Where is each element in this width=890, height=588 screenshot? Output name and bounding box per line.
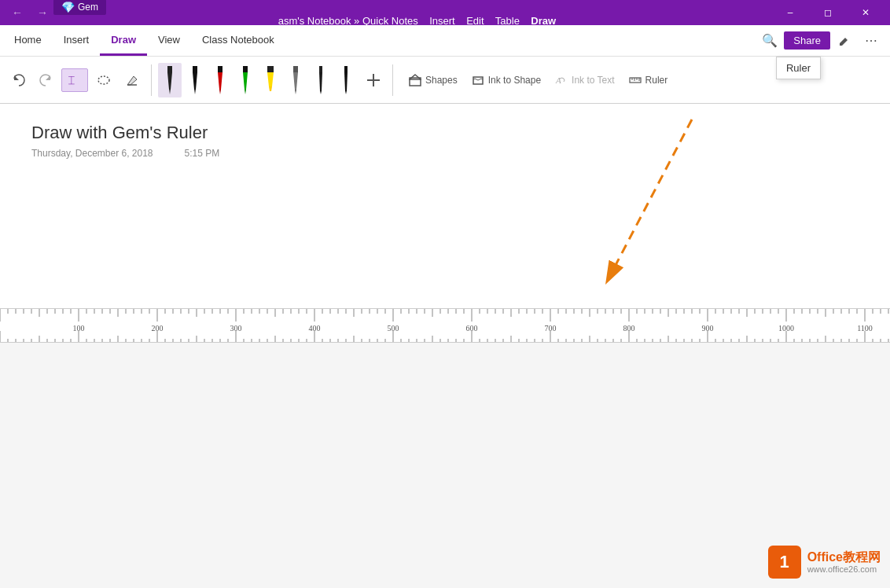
svg-marker-9 (193, 72, 197, 90)
note-title: Draw with Gem's Ruler (0, 104, 890, 143)
pen-green[interactable] (234, 63, 257, 97)
note-date-text: Thursday, December 6, 2018 (31, 148, 153, 159)
restore-button[interactable]: ◻ (810, 0, 846, 25)
tool-group-right: Shapes Ink to Shape A Ink to Text (403, 71, 674, 90)
pen-icon-btn[interactable] (832, 28, 857, 53)
svg-marker-0 (14, 75, 19, 80)
svg-rect-8 (193, 66, 197, 72)
notebook-title: asm's Notebook » Quick Notes (278, 15, 418, 27)
pen-tiny-dark[interactable] (334, 63, 358, 97)
svg-marker-13 (219, 90, 221, 94)
back-button[interactable]: ← (6, 2, 28, 24)
close-button[interactable]: ✕ (848, 0, 884, 25)
pen-tools-group (158, 63, 358, 97)
content-area[interactable]: Draw with Gem's Ruler Thursday, December… (0, 104, 890, 308)
ruler-button[interactable]: Ruler (623, 71, 675, 90)
svg-text:A: A (555, 75, 561, 85)
ink-to-shape-button[interactable]: Ink to Shape (465, 71, 547, 90)
redo-button[interactable] (33, 69, 58, 91)
svg-marker-10 (194, 90, 196, 94)
svg-marker-15 (243, 72, 248, 90)
svg-marker-7 (169, 90, 171, 94)
svg-rect-14 (243, 66, 248, 72)
ribbon-separator-2 (392, 64, 393, 96)
draw-menu-title[interactable]: Draw (531, 15, 556, 27)
note-date: Thursday, December 6, 2018 5:15 PM (0, 143, 890, 159)
table-menu-title[interactable]: Table (495, 15, 520, 27)
svg-rect-26 (344, 66, 348, 72)
undo-redo-group (6, 69, 58, 91)
svg-rect-11 (218, 66, 222, 72)
ruler-canvas (0, 309, 890, 343)
gem-button[interactable]: 💎 Gem (53, 0, 106, 15)
forward-button[interactable]: → (31, 2, 53, 24)
menu-bar: Home Insert Draw View Class Notebook 🔍 S… (0, 25, 890, 57)
ribbon: ⌶ (0, 57, 890, 104)
svg-rect-20 (293, 66, 298, 72)
pen-dark[interactable] (183, 63, 207, 97)
undo-button[interactable] (6, 69, 31, 91)
bottom-area (0, 343, 890, 588)
svg-rect-17 (267, 66, 274, 72)
circle-select-button[interactable] (91, 69, 116, 91)
more-options-button[interactable]: ⋯ (859, 28, 884, 53)
edit-menu-title[interactable]: Edit (466, 15, 484, 27)
pen-red[interactable] (208, 63, 232, 97)
svg-rect-23 (319, 66, 322, 72)
pen-thin-dark[interactable] (309, 63, 333, 97)
note-time-text: 5:15 PM (185, 148, 220, 159)
svg-marker-16 (245, 90, 246, 94)
lasso-select-button[interactable]: ⌶ (61, 68, 88, 92)
svg-marker-12 (218, 72, 222, 90)
pen-gray[interactable] (284, 63, 307, 97)
minimize-button[interactable]: – (772, 0, 808, 25)
ribbon-separator-1 (151, 64, 152, 96)
insert-menu-title[interactable]: Insert (429, 15, 455, 27)
svg-point-3 (98, 76, 109, 84)
title-bar: ← → 💎 Gem asm's Notebook » Quick Notes I… (0, 0, 890, 25)
highlighter-yellow[interactable] (259, 63, 282, 97)
tab-insert[interactable]: Insert (53, 25, 101, 56)
tooltip-popup: Ruler (776, 57, 821, 79)
ruler-bar (0, 308, 890, 343)
shapes-button[interactable]: Shapes (403, 71, 464, 90)
tab-home[interactable]: Home (3, 25, 53, 56)
svg-marker-6 (167, 72, 172, 90)
office-logo-area: 1 Office教程网 www.office26.com (768, 546, 881, 579)
office-logo-text: Office教程网 www.office26.com (807, 549, 881, 575)
svg-marker-1 (46, 75, 50, 80)
eraser-button[interactable] (120, 69, 145, 91)
svg-marker-19 (269, 86, 272, 91)
svg-marker-32 (410, 75, 421, 79)
svg-marker-18 (267, 72, 274, 86)
svg-marker-21 (293, 72, 298, 90)
search-button[interactable]: 🔍 (757, 28, 782, 53)
svg-rect-5 (167, 66, 172, 72)
ink-to-text-button[interactable]: A Ink to Text (549, 71, 620, 90)
share-button[interactable]: Share (784, 31, 830, 50)
svg-marker-22 (295, 90, 296, 94)
tab-view[interactable]: View (147, 25, 191, 56)
svg-text:⌶: ⌶ (68, 74, 75, 86)
window-controls: – ◻ ✕ (772, 0, 884, 25)
menu-bar-right: 🔍 Share ⋯ (757, 25, 890, 56)
add-pen-button[interactable] (361, 69, 386, 91)
office-icon: 1 (768, 546, 801, 579)
window-title: 💎 Gem asm's Notebook » Quick Notes Inser… (53, 0, 772, 27)
svg-marker-24 (319, 72, 322, 91)
svg-marker-28 (345, 91, 347, 94)
tab-class-notebook[interactable]: Class Notebook (191, 25, 285, 56)
svg-marker-25 (320, 91, 322, 94)
tab-draw[interactable]: Draw (100, 25, 147, 56)
title-bar-nav: ← → (6, 2, 53, 24)
svg-marker-27 (344, 72, 348, 91)
pen-black[interactable] (158, 63, 182, 97)
